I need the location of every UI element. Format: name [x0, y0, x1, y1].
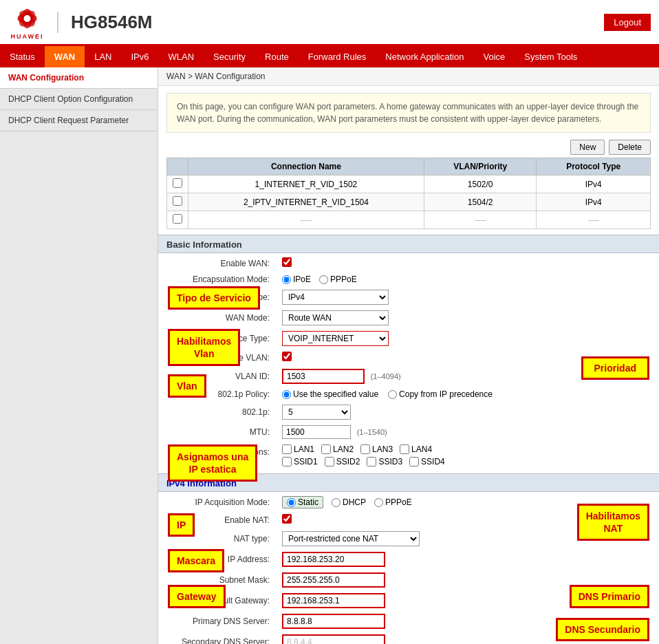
dot1p-label: 802.1p:	[166, 402, 277, 422]
encap-pppoe-radio[interactable]	[319, 275, 328, 284]
header-left: HUAWEI HG8546M	[8, 4, 153, 40]
encap-ipoe-radio[interactable]	[282, 275, 291, 284]
nav-status[interactable]: Status	[0, 46, 45, 67]
acq-pppoe[interactable]: PPPoE	[374, 497, 412, 507]
acq-static[interactable]: Static	[282, 496, 323, 508]
sidebar-item-wan-config[interactable]: WAN Configuration	[0, 67, 158, 89]
row1-checkbox[interactable]	[173, 178, 182, 188]
nav-security[interactable]: Security	[204, 46, 255, 67]
row2-check[interactable]	[167, 193, 188, 211]
enable-nat-checkbox[interactable]	[282, 514, 292, 524]
annotation-gateway: Gateway	[168, 585, 226, 608]
ssid1-check[interactable]	[282, 457, 292, 466]
lan1-check[interactable]	[282, 444, 292, 454]
acq-pppoe-radio[interactable]	[374, 498, 383, 507]
secondary-dns-label: Secondary DNS Server:	[166, 632, 277, 644]
binding-ssid2[interactable]: SSID2	[325, 457, 360, 466]
col-vlan: VLAN/Priority	[424, 158, 537, 175]
binding-lan2[interactable]: LAN2	[321, 444, 354, 454]
new-button[interactable]: New	[570, 140, 605, 155]
enable-vlan-checkbox[interactable]	[282, 352, 292, 361]
annotation-tipo-servicio: Tipo de Servicio	[168, 286, 260, 310]
row3-vlan: ----	[424, 211, 537, 229]
lan2-check[interactable]	[321, 444, 331, 454]
nav-lan[interactable]: LAN	[85, 46, 121, 67]
binding-lan3[interactable]: LAN3	[360, 444, 393, 454]
annotation-habilita-vlan: HabilitamosVlan	[168, 329, 240, 366]
policy-copy[interactable]: Copy from IP precedence	[388, 389, 493, 399]
annotation-habilita-nat: HabilitamosNAT	[577, 504, 649, 541]
policy-copy-radio[interactable]	[388, 390, 397, 399]
ssid3-check[interactable]	[367, 457, 376, 466]
acq-dhcp-radio[interactable]	[332, 498, 341, 507]
row3-check[interactable]	[167, 211, 188, 229]
row2-checkbox[interactable]	[173, 196, 182, 206]
row1-protocol: IPv4	[537, 175, 651, 193]
wan-mode-select[interactable]: Route WAN Bridge WAN	[282, 310, 389, 325]
lan3-check[interactable]	[360, 444, 370, 454]
dot1p-select[interactable]: 01234567	[282, 405, 351, 420]
service-type-select[interactable]: VOIP_INTERNET INTERNET OTHER	[282, 331, 389, 346]
binding-lan1[interactable]: LAN1	[282, 444, 314, 454]
subnet-mask-input[interactable]	[282, 572, 385, 588]
nav-netapp[interactable]: Network Application	[376, 46, 473, 67]
table-row: 1_INTERNET_R_VID_1502 1502/0 IPv4	[167, 175, 651, 193]
nav-ipv6[interactable]: IPv6	[122, 46, 159, 67]
policy-specified-radio[interactable]	[282, 390, 291, 399]
mtu-hint: (1–1540)	[357, 428, 387, 436]
annotation-mascara: Mascara	[168, 549, 224, 572]
row3-name: ----	[188, 211, 424, 229]
vlan-id-input[interactable]	[282, 369, 365, 384]
nav-bar: Status WAN LAN IPv6 WLAN Security Route …	[0, 46, 659, 67]
ip-address-input[interactable]	[282, 552, 385, 567]
wan-mode-label: WAN Mode:	[166, 308, 277, 328]
encap-pppoe[interactable]: PPPoE	[319, 275, 357, 284]
row1-name: 1_INTERNET_R_VID_1502	[188, 175, 424, 193]
binding-ssid3[interactable]: SSID3	[367, 457, 402, 466]
sidebar-item-dhcp-request[interactable]: DHCP Client Request Parameter	[0, 110, 158, 131]
nav-route[interactable]: Route	[255, 46, 299, 67]
row2-protocol: IPv4	[537, 193, 651, 211]
nav-forward[interactable]: Forward Rules	[299, 46, 376, 67]
acq-dhcp[interactable]: DHCP	[332, 497, 366, 507]
encap-ipoe[interactable]: IPoE	[282, 275, 311, 284]
mtu-input[interactable]	[282, 425, 351, 439]
nav-wlan[interactable]: WLAN	[159, 46, 204, 67]
policy-specified[interactable]: Use the specified value	[282, 389, 378, 399]
nav-voice[interactable]: Voice	[473, 46, 515, 67]
protocol-select[interactable]: IPv4 IPv6 IPv4/IPv6	[282, 290, 389, 305]
primary-dns-input[interactable]	[282, 614, 385, 629]
annotation-dns-primario: DNS Primario	[570, 585, 649, 608]
lan4-check[interactable]	[400, 444, 409, 454]
sidebar-item-dhcp-option[interactable]: DHCP Client Option Configuration	[0, 89, 158, 110]
row3-checkbox[interactable]	[173, 214, 182, 224]
ssid2-check[interactable]	[325, 457, 334, 466]
table-toolbar: New Delete	[158, 137, 659, 158]
enable-wan-cell	[277, 255, 651, 272]
row1-check[interactable]	[167, 175, 188, 193]
mtu-label: MTU:	[166, 422, 277, 442]
mtu-cell: (1–1540)	[277, 422, 651, 442]
huawei-text: HUAWEI	[11, 33, 44, 40]
binding-ssid4[interactable]: SSID4	[409, 457, 445, 466]
logout-button[interactable]: Logout	[604, 14, 651, 31]
row1-vlan: 1502/0	[424, 175, 537, 193]
binding-lan-row: LAN1 LAN2 LAN3 LAN4	[282, 444, 645, 454]
delete-button[interactable]: Delete	[609, 140, 651, 155]
binding-lan4[interactable]: LAN4	[400, 444, 432, 454]
nat-type-select[interactable]: Port-restricted cone NAT Full cone NAT S…	[282, 531, 420, 546]
policy-radio-group: Use the specified value Copy from IP pre…	[282, 389, 645, 399]
secondary-dns-input[interactable]	[282, 634, 385, 644]
col-protocol: Protocol Type	[537, 158, 651, 175]
service-type-cell: VOIP_INTERNET INTERNET OTHER	[277, 328, 651, 349]
acq-static-radio[interactable]	[287, 498, 296, 507]
dot1p-cell: 01234567	[277, 402, 651, 422]
logo-icon	[8, 4, 46, 33]
nav-systools[interactable]: System Tools	[515, 46, 587, 67]
ssid4-check[interactable]	[409, 457, 419, 466]
nav-wan[interactable]: WAN	[45, 46, 85, 67]
gateway-input[interactable]	[282, 593, 385, 608]
enable-wan-checkbox[interactable]	[282, 257, 292, 267]
binding-ssid1[interactable]: SSID1	[282, 457, 318, 466]
vlan-id-hint: (1–4094)	[371, 372, 401, 380]
